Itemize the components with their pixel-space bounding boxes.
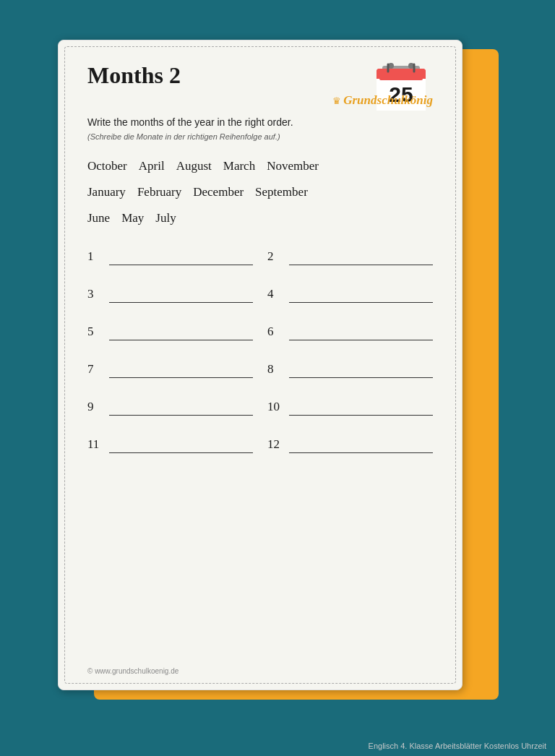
answer-slot-9: 9 [87, 398, 253, 416]
bottom-label: Englisch 4. Klasse Arbeitsblätter Kosten… [369, 742, 546, 750]
month-june: June [87, 206, 110, 231]
answer-num-2: 2 [267, 249, 283, 264]
answer-slot-8: 8 [267, 361, 433, 378]
svg-rect-8 [379, 70, 423, 80]
month-july: July [155, 206, 176, 231]
answer-input-6[interactable] [289, 323, 433, 340]
month-august: August [176, 154, 212, 179]
months-row-3: June May July [87, 206, 433, 231]
answer-num-5: 5 [87, 325, 103, 339]
answer-num-9: 9 [87, 400, 103, 414]
answer-num-1: 1 [87, 249, 103, 264]
calendar-icon: 25 [369, 59, 433, 125]
answer-slot-5: 5 [87, 323, 253, 340]
month-march: March [223, 154, 255, 179]
answer-slot-6: 6 [267, 323, 433, 340]
answer-input-1[interactable] [109, 248, 253, 265]
month-september: September [255, 180, 308, 205]
month-april: April [139, 154, 165, 179]
footer: © www.grundschulkoenig.de [87, 667, 178, 675]
answer-input-11[interactable] [109, 436, 253, 453]
answer-slot-10: 10 [267, 398, 433, 416]
answer-input-2[interactable] [289, 248, 433, 265]
answer-input-4[interactable] [289, 285, 433, 303]
answer-num-3: 3 [87, 287, 103, 301]
answer-slot-7: 7 [87, 361, 253, 378]
answer-num-7: 7 [87, 362, 103, 377]
answer-slot-11: 11 [87, 436, 253, 453]
answer-num-12: 12 [267, 437, 283, 452]
answer-slot-1: 1 [87, 248, 253, 265]
brand-name: Grundschulkönig [343, 93, 433, 107]
brand-section: ♛ Grundschulkönig [87, 93, 433, 108]
months-row-1: October April August March November [87, 154, 433, 179]
month-may: May [121, 206, 144, 231]
answer-slot-4: 4 [267, 285, 433, 303]
month-january: January [87, 180, 126, 205]
month-december: December [193, 180, 244, 205]
answer-num-8: 8 [267, 362, 283, 377]
instructions-sub: (Schreibe die Monate in der richtigen Re… [87, 132, 433, 141]
answer-num-4: 4 [267, 287, 283, 301]
brand-area: ♛ Grundschulkönig [87, 93, 433, 108]
answer-num-11: 11 [87, 437, 103, 452]
answer-num-6: 6 [267, 325, 283, 339]
months-box: October April August March November Janu… [87, 154, 433, 231]
answer-slot-12: 12 [267, 436, 433, 453]
answer-grid: 1 2 3 4 5 6 7 8 [87, 248, 433, 453]
answer-slot-3: 3 [87, 285, 253, 303]
answer-input-7[interactable] [109, 361, 253, 378]
answer-input-10[interactable] [289, 398, 433, 416]
title: Months 2 [87, 62, 181, 89]
answer-num-10: 10 [267, 400, 283, 414]
answer-input-5[interactable] [109, 323, 253, 340]
answer-input-8[interactable] [289, 361, 433, 378]
white-paper: Months 2 25 [58, 40, 462, 690]
answer-input-3[interactable] [109, 285, 253, 303]
crown-icon: ♛ [332, 95, 343, 106]
month-february: February [137, 180, 181, 205]
answer-input-12[interactable] [289, 436, 433, 453]
answer-input-9[interactable] [109, 398, 253, 416]
answer-slot-2: 2 [267, 248, 433, 265]
months-row-2: January February December September [87, 180, 433, 205]
month-october: October [87, 154, 127, 179]
month-november: November [267, 154, 319, 179]
